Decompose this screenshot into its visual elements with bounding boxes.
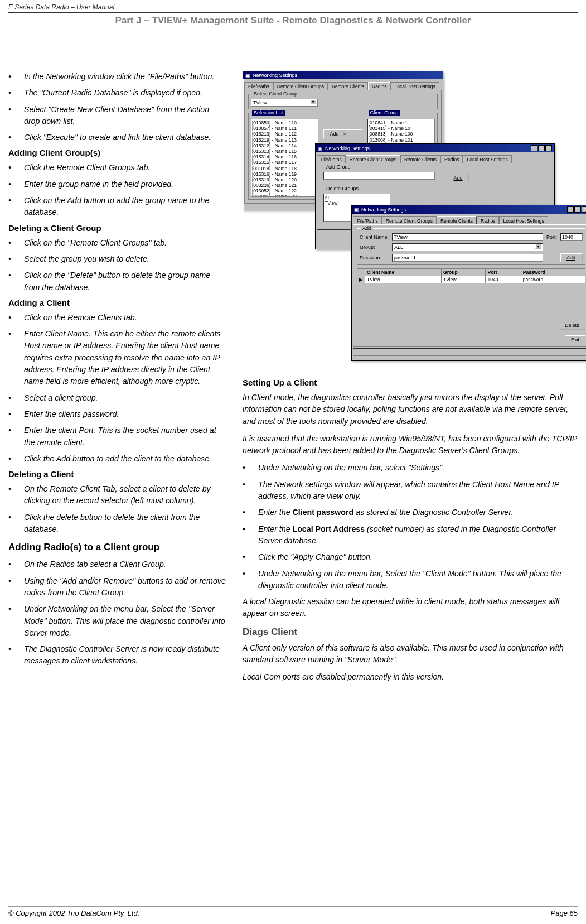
bullet: Enter the Client password as stored at t… xyxy=(258,507,514,518)
paragraph: A local Diagnostic session can be operat… xyxy=(243,596,578,620)
titlebar[interactable]: ▣ Networking Settings _□× xyxy=(316,144,554,152)
clients-table[interactable]: Client Name Group Port Password ▶ TView … xyxy=(357,268,585,283)
tab-local-host[interactable]: Local Host Settings xyxy=(463,155,511,163)
heading-del-client: Deleting a Client xyxy=(8,469,226,479)
titlebar[interactable]: ▣ Networking Settings xyxy=(243,71,443,79)
selection-list[interactable]: [010850] - Name 110[010857] - Name 111[0… xyxy=(251,119,318,197)
tab-remote-client-groups[interactable]: Remote Client Groups xyxy=(273,82,328,90)
heading-add-client: Adding a Client xyxy=(8,298,226,307)
bullet: Select the group you wish to delete. xyxy=(24,253,149,265)
bullet: Enter the Local Port Address (socket num… xyxy=(258,523,578,547)
add-button[interactable]: Add --> xyxy=(323,129,362,138)
tab-filepaths[interactable]: File/Paths xyxy=(353,216,382,225)
password-input[interactable]: password xyxy=(392,254,543,262)
bullet: Under Networking on the menu bar, Select… xyxy=(24,603,226,639)
screenshot-stack: ▣ Networking Settings File/Paths Remote … xyxy=(243,71,578,361)
bullet: Click on the "Remote Client Groups" tab. xyxy=(24,237,167,249)
port-label: Port: xyxy=(546,234,557,240)
footer-page: Page 65 xyxy=(551,909,578,917)
tab-radios[interactable]: Radios xyxy=(368,82,390,90)
section-title: Part J – TVIEW+ Management Suite - Remot… xyxy=(8,15,578,26)
group-name-input[interactable] xyxy=(323,172,435,180)
bullet: Under Networking on the menu bar, select… xyxy=(258,462,444,474)
intro-bullets: •In the Networking window click the "Fil… xyxy=(8,71,226,143)
tab-local-host[interactable]: Local Host Settings xyxy=(499,216,548,225)
bullet: Click on the Add button to add the group… xyxy=(24,195,226,219)
add-button[interactable]: Add xyxy=(448,174,469,182)
heading-add-group: Adding Client Group(s) xyxy=(8,148,226,157)
window-title: Networking Settings xyxy=(361,207,406,213)
bullet: Enter Client Name. This can be either th… xyxy=(24,328,226,387)
tab-filepaths[interactable]: File/Paths xyxy=(317,155,346,163)
window-title: Networking Settings xyxy=(253,73,297,78)
tab-local-host[interactable]: Local Host Settings xyxy=(390,82,439,90)
bullet: On the Radios tab select a Client Group. xyxy=(24,559,166,570)
add-button[interactable]: Add xyxy=(560,253,583,262)
window-title: Networking Settings xyxy=(325,146,370,151)
client-group-list-label: Client Group xyxy=(369,110,400,116)
bullet: Select a client group. xyxy=(24,392,98,404)
bullet: Click the delete button to delete the cl… xyxy=(24,512,226,536)
bullet: The Diagnostic Controller Server is now … xyxy=(24,643,226,667)
client-group-combo[interactable]: TView xyxy=(251,99,318,107)
bullet: Click on the Remote Clients tab. xyxy=(24,312,137,324)
bullet: Click "Execute" to create and link the c… xyxy=(24,132,211,143)
paragraph: It is assumed that the workstation is ru… xyxy=(243,433,578,457)
tab-remote-clients[interactable]: Remote Clients xyxy=(400,155,440,163)
maximize-icon[interactable]: □ xyxy=(574,206,581,213)
delete-groups-label: Delete Groups xyxy=(325,186,360,191)
exit-button[interactable]: Exit xyxy=(565,335,585,344)
bullet: Click the Add button to add the client t… xyxy=(24,453,211,465)
manual-header: E Series Data Radio – User Manual xyxy=(8,3,578,13)
add-label: Add xyxy=(361,225,373,231)
close-icon[interactable]: × xyxy=(582,206,586,213)
client-name-input[interactable]: TView xyxy=(392,233,543,241)
bullet: In the Networking window click the "File… xyxy=(24,71,214,83)
delete-button[interactable]: Delete xyxy=(559,321,585,330)
group-label: Group: xyxy=(360,244,389,250)
close-icon[interactable]: × xyxy=(545,145,552,151)
status-bar xyxy=(353,348,586,356)
app-icon: ▣ xyxy=(318,146,323,151)
table-row[interactable]: ▶ TView TView 1040 password xyxy=(357,276,585,283)
heading-diags-client: Diags Client xyxy=(243,627,578,638)
heading-del-group: Deleting a Client Group xyxy=(8,223,226,233)
app-icon: ▣ xyxy=(245,73,250,78)
footer-copyright: © Copyright 2002 Trio DataCom Pty. Ltd. xyxy=(8,909,139,917)
app-icon: ▣ xyxy=(354,207,359,213)
paragraph: A Client only version of this software i… xyxy=(243,642,578,666)
tab-remote-clients[interactable]: Remote Clients xyxy=(328,82,368,90)
titlebar[interactable]: ▣ Networking Settings _□× xyxy=(352,205,586,214)
bullet: Select "Create New Client Database" from… xyxy=(24,104,226,128)
paragraph: Local Com ports are disabled permanently… xyxy=(243,671,578,683)
port-input[interactable]: 1040 xyxy=(560,233,583,241)
selection-list-label: Selection List xyxy=(252,110,285,116)
tab-radios[interactable]: Radios xyxy=(440,155,463,163)
group-combo[interactable]: ALL xyxy=(392,243,543,251)
bullet: Under Networking on the menu bar, Select… xyxy=(258,568,578,592)
heading-setting-client: Setting Up a Client xyxy=(243,378,578,387)
minimize-icon[interactable]: _ xyxy=(531,145,537,151)
add-group-label: Add Group xyxy=(325,164,352,170)
minimize-icon[interactable]: _ xyxy=(567,206,574,213)
bullet: Using the "Add and/or Remove" buttons to… xyxy=(24,575,226,599)
password-label: Password: xyxy=(360,255,389,261)
bullet: On the Remote Client Tab, select a clien… xyxy=(24,483,226,507)
heading-add-radios: Adding Radio(s) to a Client group xyxy=(8,542,226,553)
tab-radios[interactable]: Radios xyxy=(477,216,499,225)
select-client-group-label: Select Client Group xyxy=(252,91,299,97)
paragraph: In Client mode, the diagnostics controll… xyxy=(243,392,578,427)
bullet: The "Current Radio Database" is displaye… xyxy=(24,87,202,99)
tab-remote-client-groups[interactable]: Remote Client Groups xyxy=(382,216,437,225)
window-clients: ▣ Networking Settings _□× File/Paths Rem… xyxy=(351,205,586,361)
bullet: Click the Remote Client Groups tab. xyxy=(24,162,150,174)
client-name-label: Client Name: xyxy=(360,234,389,240)
bullet: Enter the group name in the field provid… xyxy=(24,179,173,190)
tab-filepaths[interactable]: File/Paths xyxy=(244,82,273,90)
tab-remote-client-groups[interactable]: Remote Client Groups xyxy=(346,155,400,163)
maximize-icon[interactable]: □ xyxy=(538,145,545,151)
bullet: The Network settings window will appear,… xyxy=(258,479,578,503)
tab-remote-clients[interactable]: Remote Clients xyxy=(437,216,477,225)
bullet: Enter the clients password. xyxy=(24,408,119,420)
bullet: Enter the client Port. This is the socke… xyxy=(24,425,226,449)
